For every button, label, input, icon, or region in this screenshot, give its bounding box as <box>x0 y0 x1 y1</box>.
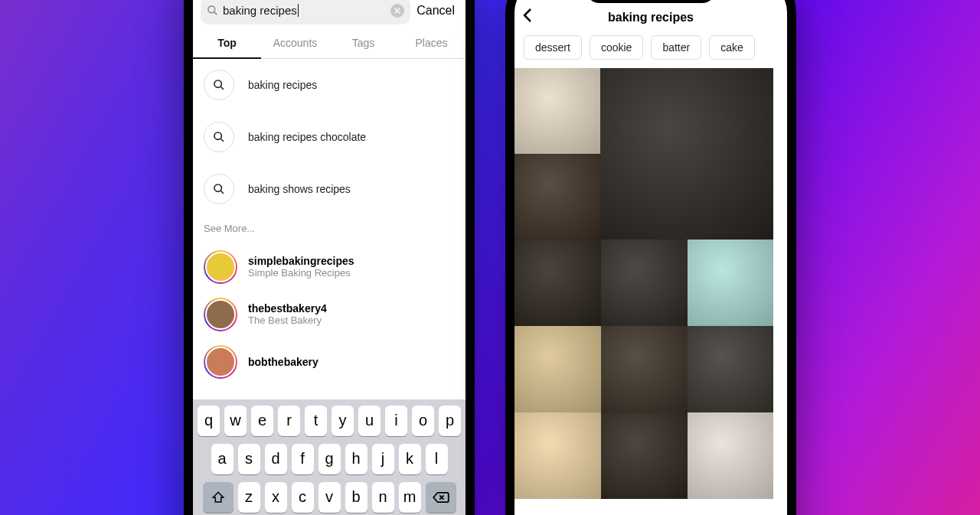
search-row: baking recipes Cancel <box>193 0 466 29</box>
search-value: baking recipes <box>223 4 297 17</box>
grid-tile[interactable] <box>514 154 600 240</box>
close-icon <box>394 8 400 14</box>
svg-point-7 <box>208 6 215 13</box>
phone-left: 9:41 baking recipes Cancel Top Accounts … <box>184 0 475 515</box>
svg-point-11 <box>214 80 221 87</box>
grid-tile[interactable] <box>688 326 773 412</box>
key-t[interactable]: t <box>305 406 327 436</box>
results-header: baking recipes <box>514 6 787 35</box>
search-icon <box>207 5 218 16</box>
cancel-button[interactable]: Cancel <box>416 4 458 18</box>
grid-tile[interactable] <box>600 68 773 240</box>
grid-tile[interactable] <box>514 412 601 499</box>
account-item[interactable]: bobthebakery <box>193 338 466 386</box>
clear-button[interactable] <box>390 4 404 18</box>
grid-tile[interactable] <box>688 240 773 326</box>
key-n[interactable]: n <box>372 482 394 513</box>
filter-chips: dessert cookie batter cake <box>514 35 787 67</box>
shift-icon <box>211 491 225 504</box>
key-u[interactable]: u <box>358 406 381 436</box>
account-username: simplebakingrecipes <box>248 255 354 267</box>
key-f[interactable]: f <box>292 444 314 474</box>
accounts: simplebakingrecipes Simple Baking Recipe… <box>193 243 466 386</box>
key-a[interactable]: a <box>211 444 234 474</box>
chip-batter[interactable]: batter <box>651 35 701 60</box>
grid-tile[interactable] <box>514 240 601 326</box>
results-grid[interactable] <box>514 68 787 516</box>
search-icon <box>204 122 234 152</box>
suggestion-item[interactable]: baking recipes chocolate <box>193 111 466 163</box>
grid-tile[interactable] <box>514 326 601 412</box>
key-j[interactable]: j <box>372 444 394 474</box>
account-item[interactable]: simplebakingrecipes Simple Baking Recipe… <box>193 243 466 291</box>
key-l[interactable]: l <box>426 444 448 474</box>
suggestion-item[interactable]: baking shows recipes <box>193 163 466 215</box>
key-shift[interactable] <box>203 482 234 513</box>
key-k[interactable]: k <box>399 444 421 474</box>
key-v[interactable]: v <box>318 482 341 513</box>
screen-left: 9:41 baking recipes Cancel Top Accounts … <box>193 0 466 515</box>
key-d[interactable]: d <box>265 444 287 474</box>
grid-tile[interactable] <box>514 68 600 154</box>
grid-tile[interactable] <box>688 412 773 499</box>
back-button[interactable] <box>522 8 545 28</box>
phone-right: baking recipes dessert cookie batter cak… <box>505 0 796 515</box>
suggestions: baking recipes baking recipes chocolate … <box>193 59 466 243</box>
key-h[interactable]: h <box>345 444 368 474</box>
key-c[interactable]: c <box>292 482 314 513</box>
account-display: The Best Bakery <box>248 315 327 326</box>
chip-cookie[interactable]: cookie <box>590 35 643 60</box>
grid-tile[interactable] <box>601 240 688 326</box>
svg-point-13 <box>214 132 221 139</box>
key-x[interactable]: x <box>265 482 287 513</box>
key-o[interactable]: o <box>412 406 434 436</box>
tab-tags[interactable]: Tags <box>329 29 397 58</box>
svg-line-8 <box>214 11 217 15</box>
account-username: thebestbakery4 <box>248 302 327 315</box>
key-r[interactable]: r <box>278 406 300 436</box>
grid-tile[interactable] <box>601 326 688 412</box>
suggestion-label: baking recipes <box>248 79 317 91</box>
tab-top[interactable]: Top <box>193 29 261 58</box>
tab-places[interactable]: Places <box>397 29 466 58</box>
svg-line-16 <box>220 191 224 194</box>
avatar <box>204 298 237 331</box>
key-w[interactable]: w <box>224 406 247 436</box>
account-item[interactable]: thebestbakery4 The Best Bakery <box>193 291 466 338</box>
avatar <box>204 345 237 379</box>
key-backspace[interactable] <box>426 482 456 513</box>
svg-line-14 <box>220 139 224 142</box>
chevron-left-icon <box>522 8 533 23</box>
grid-tile[interactable] <box>601 412 688 499</box>
suggestion-label: baking shows recipes <box>248 183 351 195</box>
key-m[interactable]: m <box>399 482 421 513</box>
key-z[interactable]: z <box>238 482 260 513</box>
key-q[interactable]: q <box>198 406 220 436</box>
key-p[interactable]: p <box>439 406 461 436</box>
search-icon <box>204 70 234 100</box>
text-cursor <box>298 4 299 17</box>
key-y[interactable]: y <box>332 406 354 436</box>
screen-right: baking recipes dessert cookie batter cak… <box>514 0 787 515</box>
backspace-icon <box>433 491 449 504</box>
search-input[interactable]: baking recipes <box>201 0 410 24</box>
chip-cake[interactable]: cake <box>709 35 755 60</box>
suggestion-item[interactable]: baking recipes <box>193 59 466 111</box>
key-g[interactable]: g <box>318 444 341 474</box>
account-display: Simple Baking Recipes <box>248 267 354 279</box>
chip-dessert[interactable]: dessert <box>524 35 582 60</box>
see-more-link[interactable]: See More... <box>193 215 466 243</box>
key-i[interactable]: i <box>385 406 407 436</box>
avatar <box>204 250 237 284</box>
key-s[interactable]: s <box>238 444 260 474</box>
tab-accounts[interactable]: Accounts <box>261 29 329 58</box>
notch <box>586 0 716 3</box>
search-icon <box>204 174 234 204</box>
key-e[interactable]: e <box>251 406 273 436</box>
svg-point-15 <box>214 184 221 191</box>
svg-line-12 <box>220 86 224 90</box>
account-username: bobthebakery <box>248 356 318 368</box>
results-title: baking recipes <box>545 11 756 24</box>
tabs: Top Accounts Tags Places <box>193 29 466 59</box>
key-b[interactable]: b <box>345 482 368 513</box>
